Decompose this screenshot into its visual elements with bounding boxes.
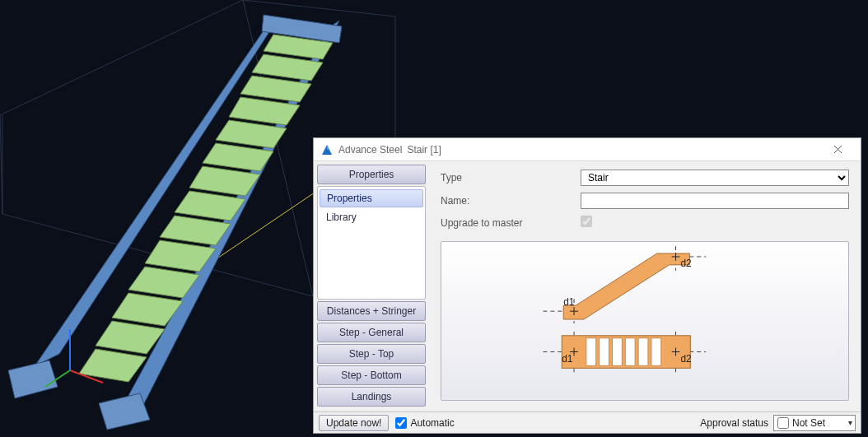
nav-section-distances-stringer[interactable]: Distances + Stringer [317, 301, 426, 321]
approval-status-select[interactable]: Not Set ▾ [773, 415, 856, 431]
svg-rect-44 [638, 338, 648, 366]
chevron-down-icon: ▾ [848, 418, 852, 427]
approval-status-checkbox[interactable] [777, 417, 789, 429]
close-button[interactable] [821, 138, 854, 160]
stair-diagram: d1 d2 [441, 241, 849, 401]
approval-status-value: Not Set [792, 417, 825, 429]
nav-section-step-bottom[interactable]: Step - Bottom [317, 365, 426, 385]
app-logo-icon [320, 143, 334, 156]
svg-marker-19 [99, 393, 150, 430]
nav-section-step-top[interactable]: Step - Top [317, 344, 426, 364]
name-label: Name: [441, 195, 581, 207]
automatic-label: Automatic [410, 417, 454, 429]
svg-rect-43 [625, 338, 635, 366]
nav-item-library[interactable]: Library [318, 208, 425, 226]
nav-section-landings[interactable]: Landings [317, 387, 426, 407]
dialog-footer: Update now! Automatic Approval status No… [314, 411, 861, 433]
nav-section-properties[interactable]: Properties [317, 165, 426, 184]
type-select[interactable]: Stair [581, 170, 849, 186]
diagram-label-d1b: d1 [562, 353, 573, 365]
svg-marker-24 [327, 145, 329, 150]
dialog-content: Type Stair Name: Upgrade to master [429, 161, 861, 411]
dialog-object-title: Stair [1] [407, 144, 441, 156]
diagram-label-d2a: d2 [680, 258, 691, 269]
svg-rect-40 [586, 338, 596, 366]
svg-rect-41 [600, 338, 609, 366]
automatic-checkbox[interactable] [395, 417, 407, 429]
nav-tree: Properties Library [317, 186, 426, 300]
type-label: Type [441, 172, 581, 184]
svg-rect-42 [612, 338, 622, 366]
nav-panel: Properties Properties Library Distances … [314, 161, 429, 411]
nav-section-step-general[interactable]: Step - General [317, 323, 426, 342]
approval-status-label: Approval status [700, 417, 768, 429]
diagram-label-d2b: d2 [680, 353, 691, 365]
svg-rect-45 [651, 338, 661, 366]
upgrade-to-master-checkbox[interactable] [581, 216, 592, 227]
upgrade-label: Upgrade to master [441, 217, 581, 229]
close-icon [833, 145, 842, 154]
diagram-label-d1a: d1 [563, 296, 575, 308]
svg-marker-18 [8, 360, 58, 398]
name-input[interactable] [581, 193, 849, 209]
dialog-app-name: Advance Steel [338, 144, 402, 156]
nav-item-properties[interactable]: Properties [320, 189, 423, 207]
svg-marker-31 [563, 253, 689, 319]
update-now-button[interactable]: Update now! [319, 415, 389, 431]
dialog-titlebar[interactable]: Advance Steel Stair [1] [314, 138, 861, 161]
automatic-toggle[interactable]: Automatic [395, 417, 454, 429]
svg-marker-9 [203, 143, 273, 171]
stair-properties-dialog: Advance Steel Stair [1] Properties Prope… [313, 137, 861, 434]
